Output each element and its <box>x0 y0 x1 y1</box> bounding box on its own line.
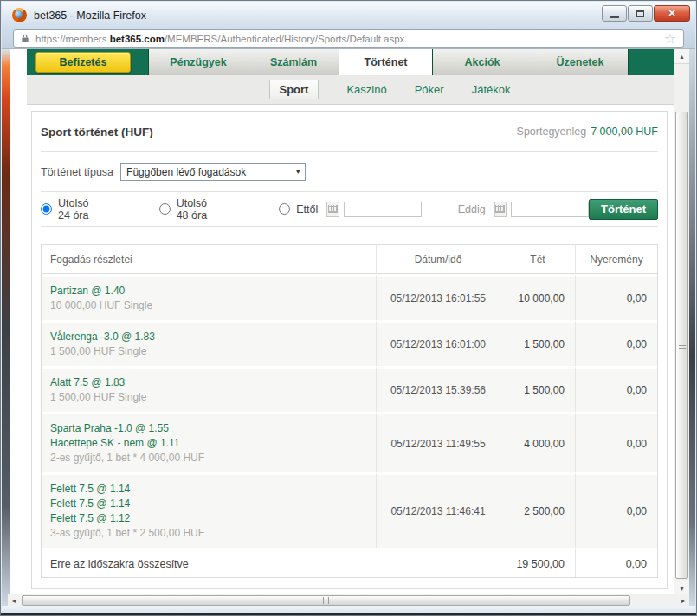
bet-stake: 1 500,00 <box>500 366 575 412</box>
scroll-up-arrow-icon[interactable]: ▲ <box>674 49 689 64</box>
to-calendar-button[interactable] <box>494 202 507 217</box>
main-nav: Befizetés Pénzügyek Számlám Történet Akc… <box>27 49 674 75</box>
bet-datetime: 05/12/2013 15:39:56 <box>376 366 500 412</box>
bet-returns: 0,00 <box>575 472 657 548</box>
history-submit-button[interactable]: Történet <box>589 199 658 220</box>
bet-details: 2-es gyűjtő, 1 bet * 4 000,00 HUF <box>50 451 376 465</box>
bet-details: 10 000,00 HUF Single <box>50 298 376 313</box>
table-row: Felett 7.5 @ 1.14Felett 7.5 @ 1.14Felett… <box>42 472 657 548</box>
bet-history-table: Fogadás részletei Dátum/idő Tét Nyeremén… <box>41 244 658 578</box>
url-text: https://members.bet365.com/MEMBERS/Authe… <box>35 34 404 44</box>
period-24h-option: Utolsó 24 óra <box>41 197 100 221</box>
select-dropdown-icon: ▼ <box>294 168 301 176</box>
bet-stake: 1 500,00 <box>500 320 575 366</box>
table-row: Sparta Praha -1.0 @ 1.55Hacettepe SK - n… <box>42 412 657 472</box>
radio-24h-label[interactable]: Utolsó 24 óra <box>58 197 100 221</box>
subtab-sport[interactable]: Sport <box>269 80 319 99</box>
window-right-border <box>688 49 695 606</box>
content-area: Sport történet (HUF) Sportegyenleg7 000,… <box>27 105 674 589</box>
header-bet-details: Fogadás részletei <box>42 245 376 274</box>
nav-tab-befizetes[interactable]: Befizetés <box>35 52 131 73</box>
vertical-scrollbar-thumb[interactable] <box>675 112 688 579</box>
nav-tab-uzenetek[interactable]: Üzenetek <box>532 49 629 75</box>
from-label[interactable]: Ettől <box>296 203 318 215</box>
radio-date-range[interactable] <box>279 203 290 215</box>
minimize-button[interactable] <box>602 5 627 22</box>
scrollbar-grip <box>679 342 686 349</box>
scroll-left-arrow-icon[interactable]: ◄ <box>8 594 20 606</box>
restore-button[interactable] <box>628 5 653 22</box>
status-bar <box>2 606 695 613</box>
bet-selection: Felett 7.5 @ 1.12 <box>50 511 376 526</box>
bet-details: 3-as gyűjtő, 1 bet * 2 500,00 HUF <box>50 526 376 541</box>
history-type-select[interactable]: Függőben lévő fogadások ▼ <box>120 163 306 181</box>
bet-selection: Sparta Praha -1.0 @ 1.55 <box>50 421 376 436</box>
bet-datetime: 05/12/2013 16:01:55 <box>376 274 500 320</box>
footer-returns: 0,00 <box>575 548 657 577</box>
to-label: Eddig <box>458 203 486 215</box>
subtab-poker[interactable]: Póker <box>415 83 444 96</box>
browser-window: bet365 - Mozilla Firefox ✕ https://membe… <box>0 0 697 616</box>
period-range-option: Ettől <box>279 203 318 215</box>
restore-icon <box>636 10 644 17</box>
table-footer-row: Erre az időszakra összesítve 19 500,00 0… <box>42 548 657 577</box>
footer-label: Erre az időszakra összesítve <box>42 548 500 577</box>
bet-returns: 0,00 <box>575 366 657 412</box>
subtab-kaszino[interactable]: Kaszinó <box>346 83 386 96</box>
minimize-icon <box>610 16 619 18</box>
nav-tab-tortenet[interactable]: Történet <box>339 49 432 75</box>
from-date-input[interactable] <box>344 202 422 217</box>
period-48h-option: Utolsó 48 óra <box>159 197 219 221</box>
horizontal-scrollbar[interactable]: ◄ ► <box>8 594 689 606</box>
bet-datetime: 05/12/2013 11:46:41 <box>376 472 500 548</box>
to-date-input[interactable] <box>511 202 589 217</box>
history-panel: Sport történet (HUF) Sportegyenleg7 000,… <box>31 111 668 589</box>
calendar-icon <box>328 205 338 213</box>
nav-tab-akciok[interactable]: Akciók <box>432 49 532 75</box>
url-domain: bet365.com <box>110 34 165 44</box>
scroll-right-arrow-icon[interactable]: ► <box>677 594 689 606</box>
bet-table-body: Partizan @ 1.4010 000,00 HUF Single05/12… <box>42 274 657 548</box>
nav-tab-szamlam[interactable]: Számlám <box>248 49 339 75</box>
lock-icon <box>21 34 29 43</box>
bet-selection: Hacettepe SK - nem @ 1.11 <box>50 436 376 451</box>
firefox-icon <box>12 8 27 22</box>
horizontal-scrollbar-thumb[interactable] <box>22 595 630 606</box>
bet-stake: 2 500,00 <box>500 472 575 548</box>
title-bar: bet365 - Mozilla Firefox ✕ <box>2 2 695 29</box>
vertical-scrollbar[interactable]: ▲ ▼ <box>674 49 689 595</box>
footer-stake: 19 500,00 <box>500 548 575 577</box>
subtab-jatekok[interactable]: Játékok <box>472 83 511 96</box>
close-icon: ✕ <box>668 8 675 19</box>
nav-tab-penzugyek[interactable]: Pénzügyek <box>148 49 248 75</box>
radio-48h[interactable] <box>159 203 171 215</box>
radio-24h[interactable] <box>41 203 52 215</box>
window-left-border <box>2 49 10 606</box>
bet-returns: 0,00 <box>575 412 657 472</box>
history-type-label: Történet típusa <box>41 166 113 178</box>
url-row: https://members.bet365.com/MEMBERS/Authe… <box>2 29 695 49</box>
bet-datetime: 05/12/2013 16:01:00 <box>376 320 500 366</box>
header-datetime: Dátum/idő <box>376 245 500 274</box>
url-bar[interactable]: https://members.bet365.com/MEMBERS/Authe… <box>13 29 684 48</box>
bookmark-star-icon[interactable]: ☆ <box>664 32 676 46</box>
page-title: Sport történet (HUF) <box>41 125 153 138</box>
radio-48h-label[interactable]: Utolsó 48 óra <box>177 197 219 221</box>
scrollbar-grip <box>323 597 330 604</box>
table-row: Alatt 7.5 @ 1.831 500,00 HUF Single05/12… <box>42 366 657 412</box>
header-stake: Tét <box>500 245 575 274</box>
bet-selection: Felett 7.5 @ 1.14 <box>50 482 376 497</box>
bet-selection: Felett 7.5 @ 1.14 <box>50 497 376 511</box>
browser-viewport: Befizetés Pénzügyek Számlám Történet Akc… <box>10 49 675 595</box>
table-row: Partizan @ 1.4010 000,00 HUF Single05/12… <box>42 274 657 320</box>
table-row: Vålerenga -3.0 @ 1.831 500,00 HUF Single… <box>42 320 657 366</box>
bet-selection: Vålerenga -3.0 @ 1.83 <box>50 330 376 344</box>
close-button[interactable]: ✕ <box>654 5 690 22</box>
header-returns: Nyeremény <box>575 245 657 274</box>
bet365-page: Befizetés Pénzügyek Számlám Történet Akc… <box>27 49 674 589</box>
bet-selection: Alatt 7.5 @ 1.83 <box>50 375 376 390</box>
window-title: bet365 - Mozilla Firefox <box>34 10 146 22</box>
from-calendar-button[interactable] <box>326 202 339 217</box>
bet-stake: 10 000,00 <box>500 274 575 320</box>
balance-value: 7 000,00 HUF <box>591 125 658 138</box>
